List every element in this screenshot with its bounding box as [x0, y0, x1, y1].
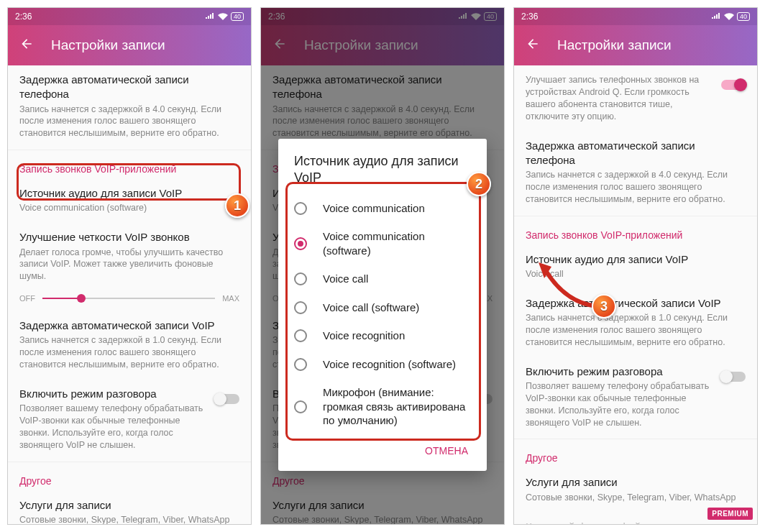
label: Конечный формат файлов: [526, 520, 746, 526]
content: Улучшает запись телефонных звонков на ус…: [514, 65, 757, 525]
callout-bubble-1: 1: [225, 193, 249, 218]
section-other: Другое: [8, 464, 251, 491]
radio-option[interactable]: Voice call (software): [278, 293, 487, 322]
radio-option[interactable]: Voice communication (software): [278, 222, 487, 265]
back-icon[interactable]: [526, 37, 540, 55]
label: Услуги для записи: [526, 475, 746, 490]
item-voip-delay[interactable]: Задержка автоматической записи VoIP Запи…: [514, 289, 757, 357]
sub: Voice communication (software): [19, 202, 239, 214]
app-title: Настройки записи: [51, 37, 165, 53]
sub: Запись начнется с задержкой в 4.0 секунд…: [526, 169, 746, 206]
radio-icon[interactable]: [294, 272, 307, 285]
status-bar: 2:36 40: [8, 8, 251, 25]
back-icon[interactable]: [19, 37, 34, 55]
item-talk-mode[interactable]: Включить режим разговора Позволяет вашем…: [514, 357, 757, 438]
radio-icon[interactable]: [294, 202, 307, 215]
section-voip: Запись звонков VoIP-приложений: [514, 218, 757, 245]
sub: Сотовые звонки, Skype, Telegram, Viber, …: [19, 514, 239, 525]
label: Услуги для записи: [19, 498, 239, 513]
callout-bubble-2: 2: [467, 172, 491, 196]
radio-icon[interactable]: [294, 400, 307, 413]
item-voip-delay[interactable]: Задержка автоматической записи VoIP Запи…: [8, 311, 251, 380]
radio-option[interactable]: Voice call: [278, 265, 487, 293]
item-voip-source[interactable]: Источник аудио для записи VoIP Voice com…: [8, 179, 251, 223]
radio-option[interactable]: Voice communication: [278, 194, 487, 223]
item-services[interactable]: Услуги для записи Сотовые звонки, Skype,…: [514, 468, 757, 512]
radio-label: Voice recognition (software): [323, 357, 456, 372]
radio-label: Микрофон (внимание: громкая связь активи…: [323, 385, 471, 428]
clarity-slider[interactable]: OFF MAX: [8, 291, 251, 311]
item-phone-delay[interactable]: Задержка автоматической записи телефона …: [8, 65, 251, 148]
label: Источник аудио для записи VoIP: [526, 252, 746, 267]
radio-option[interactable]: Voice recognition: [278, 321, 487, 350]
radio-label: Voice communication: [323, 201, 425, 216]
dialog-title: Источник аудио для записи VoIP: [278, 153, 487, 194]
premium-badge: PREMIUM: [707, 508, 753, 520]
sub: Voice call: [526, 268, 746, 280]
app-bar: Настройки записи: [8, 25, 251, 65]
sub: Улучшает запись телефонных звонков на ус…: [526, 74, 715, 123]
dialog-cancel-button[interactable]: ОТМЕНА: [418, 439, 475, 462]
status-icons: 40: [205, 12, 244, 21]
slider-max: MAX: [222, 294, 239, 303]
radio-label: Voice recognition: [323, 329, 405, 343]
radio-label: Voice call (software): [323, 301, 419, 315]
label: Включить режим разговора: [526, 364, 715, 379]
radio-option[interactable]: Микрофон (внимание: громкая связь активи…: [278, 378, 487, 435]
label: Улучшение четкости VoIP звонков: [19, 230, 239, 244]
radio-icon[interactable]: [294, 301, 307, 314]
item-services[interactable]: Услуги для записи Сотовые звонки, Skype,…: [8, 491, 251, 525]
label: Включить режим разговора: [19, 387, 209, 401]
radio-icon[interactable]: [294, 329, 307, 342]
radio-option[interactable]: Voice recognition (software): [278, 350, 487, 379]
sub: Делает голоса громче, чтобы улучшить кач…: [19, 247, 239, 283]
item-voip-source[interactable]: Источник аудио для записи VoIP Voice cal…: [514, 245, 757, 289]
dialog-audio-source: Источник аудио для записи VoIP Voice com…: [278, 139, 487, 471]
radio-label: Voice communication (software): [323, 229, 471, 257]
screen-3: 2:36 40 Настройки записи Улучшает запись…: [513, 7, 758, 525]
sub: Запись начнется с задержкой в 1.0 секунд…: [526, 312, 746, 349]
sub: Позволяет вашему телефону обрабатывать V…: [19, 403, 209, 451]
label: Задержка автоматической записи телефона: [526, 139, 746, 168]
label: Источник аудио для записи VoIP: [19, 186, 239, 201]
status-bar: 2:36 40: [514, 8, 757, 25]
app-title: Настройки записи: [557, 37, 672, 53]
radio-label: Voice call: [323, 272, 368, 286]
label: Задержка автоматической записи VoIP: [19, 318, 239, 333]
app-bar: Настройки записи: [514, 25, 757, 65]
switch-on[interactable]: [721, 80, 746, 90]
sub: Запись начнется с задержкой в 1.0 секунд…: [19, 334, 239, 371]
label: Задержка автоматической записи телефона: [19, 73, 239, 102]
item-voip-clarity[interactable]: Улучшение четкости VoIP звонков Делает г…: [8, 223, 251, 291]
sub: Позволяет вашему телефону обрабатывать V…: [526, 380, 715, 429]
label: Задержка автоматической записи VoIP: [526, 296, 746, 311]
item-phone-delay[interactable]: Задержка автоматической записи телефона …: [514, 132, 757, 214]
sub: Сотовые звонки, Skype, Telegram, Viber, …: [526, 492, 746, 504]
status-icons: 40: [711, 12, 750, 21]
item-talk-mode[interactable]: Включить режим разговора Позволяет вашем…: [8, 380, 251, 460]
callout-bubble-3: 3: [592, 294, 616, 318]
switch-off[interactable]: [215, 394, 239, 404]
section-other: Другое: [514, 441, 757, 468]
slider-min: OFF: [19, 294, 35, 303]
sub: Запись начнется с задержкой в 4.0 секунд…: [19, 104, 239, 140]
content: Задержка автоматической записи телефона …: [8, 65, 251, 525]
switch-off[interactable]: [721, 372, 746, 382]
status-time: 2:36: [521, 12, 538, 22]
item-android-q[interactable]: Улучшает запись телефонных звонков на ус…: [514, 65, 757, 132]
screen-1: 2:36 40 Настройки записи Задержка автома…: [7, 7, 252, 525]
screen-2: 2:36 40 Настройки записи Задержка автома…: [260, 7, 505, 525]
status-time: 2:36: [15, 12, 32, 22]
radio-icon[interactable]: [294, 237, 307, 250]
radio-icon[interactable]: [294, 358, 307, 371]
section-voip: Запись звонков VoIP-приложений: [8, 152, 251, 179]
